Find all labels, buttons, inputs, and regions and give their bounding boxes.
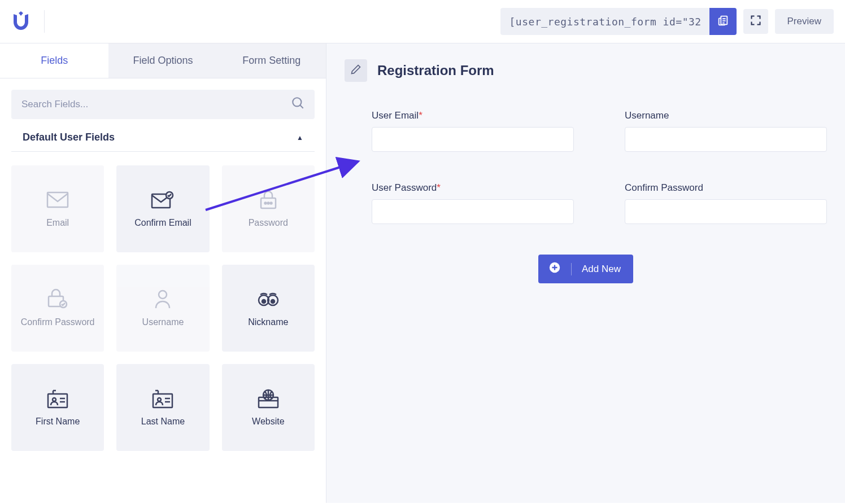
form-field-user-email[interactable]: User Email* <box>372 110 574 152</box>
field-label: Username <box>625 110 827 121</box>
svg-point-14 <box>262 300 265 303</box>
field-label: Confirm Password <box>21 317 95 327</box>
svg-point-17 <box>53 398 56 401</box>
form-title: Registration Form <box>377 63 494 78</box>
plus-circle-icon <box>548 261 561 277</box>
svg-rect-2 <box>47 192 68 207</box>
preview-button[interactable]: Preview <box>775 9 834 34</box>
tab-fields[interactable]: Fields <box>0 43 108 78</box>
add-new-button[interactable]: Add New <box>538 255 633 283</box>
field-card-password[interactable]: Password <box>222 165 315 252</box>
svg-point-6 <box>264 203 266 204</box>
clipboard-icon <box>717 14 729 29</box>
tabs: Fields Field Options Form Setting <box>0 43 326 78</box>
section-header[interactable]: Default User Fields ▲ <box>11 128 315 152</box>
field-card-first-name[interactable]: First Name <box>11 364 104 451</box>
svg-point-7 <box>267 203 269 204</box>
svg-point-11 <box>159 291 167 299</box>
lock-dots-icon <box>259 190 278 210</box>
shortcode-input[interactable] <box>500 9 709 34</box>
form-field-user-password[interactable]: User Password* <box>372 182 574 224</box>
logo-icon <box>11 10 31 33</box>
pencil-icon <box>350 64 361 77</box>
envelope-check-icon <box>151 190 175 210</box>
globe-card-icon <box>257 388 280 409</box>
field-card-email[interactable]: Email <box>11 165 104 252</box>
tab-form-setting[interactable]: Form Setting <box>217 43 326 78</box>
section-title: Default User Fields <box>23 132 115 143</box>
field-label: Username <box>142 317 184 327</box>
id-card-icon <box>151 388 174 409</box>
fullscreen-icon <box>750 15 761 28</box>
field-label: User Email* <box>372 110 574 121</box>
fields-grid: Email Confirm Email <box>0 165 326 462</box>
field-label: User Password* <box>372 182 574 194</box>
id-card-icon <box>46 388 69 409</box>
field-card-confirm-password[interactable]: Confirm Password <box>11 265 104 352</box>
field-label: First Name <box>36 417 80 427</box>
field-card-nickname[interactable]: Nickname <box>222 265 315 352</box>
eyes-icon <box>257 289 280 309</box>
field-label: Website <box>252 417 285 427</box>
chevron-up-icon: ▲ <box>297 134 303 142</box>
field-label: Email <box>46 218 69 228</box>
form-field-username[interactable]: Username <box>625 110 827 152</box>
svg-rect-18 <box>153 394 172 407</box>
field-label: Password <box>249 218 288 228</box>
topbar: Preview <box>0 0 845 43</box>
field-label: Last Name <box>141 417 185 427</box>
field-label: Confirm Email <box>134 218 191 228</box>
copy-button[interactable] <box>709 8 737 35</box>
svg-point-1 <box>293 98 301 106</box>
user-email-input[interactable] <box>372 127 574 152</box>
field-card-website[interactable]: Website <box>222 364 315 451</box>
shortcode-box <box>500 8 737 35</box>
confirm-password-input[interactable] <box>625 199 827 224</box>
form-field-confirm-password[interactable]: Confirm Password <box>625 182 827 224</box>
user-password-input[interactable] <box>372 199 574 224</box>
lock-check-icon <box>46 289 69 309</box>
svg-rect-16 <box>48 394 67 407</box>
field-card-last-name[interactable]: Last Name <box>116 364 209 451</box>
search-input[interactable] <box>11 90 315 119</box>
user-icon <box>154 289 172 309</box>
field-card-confirm-email[interactable]: Confirm Email <box>116 165 209 252</box>
field-label: Nickname <box>248 317 288 327</box>
form-canvas: Registration Form User Email* Username U… <box>326 43 845 503</box>
username-input[interactable] <box>625 127 827 152</box>
field-label: Confirm Password <box>625 182 827 194</box>
add-new-label: Add New <box>582 264 621 275</box>
svg-point-8 <box>270 203 272 204</box>
envelope-icon <box>46 190 69 210</box>
sidebar: Fields Field Options Form Setting Defaul… <box>0 43 326 503</box>
svg-point-19 <box>158 398 161 401</box>
svg-point-15 <box>271 300 275 303</box>
field-card-username[interactable]: Username <box>116 265 209 352</box>
edit-title-button[interactable] <box>345 59 367 82</box>
tab-field-options[interactable]: Field Options <box>108 43 217 78</box>
search-icon <box>291 96 306 113</box>
fullscreen-button[interactable] <box>743 9 768 34</box>
